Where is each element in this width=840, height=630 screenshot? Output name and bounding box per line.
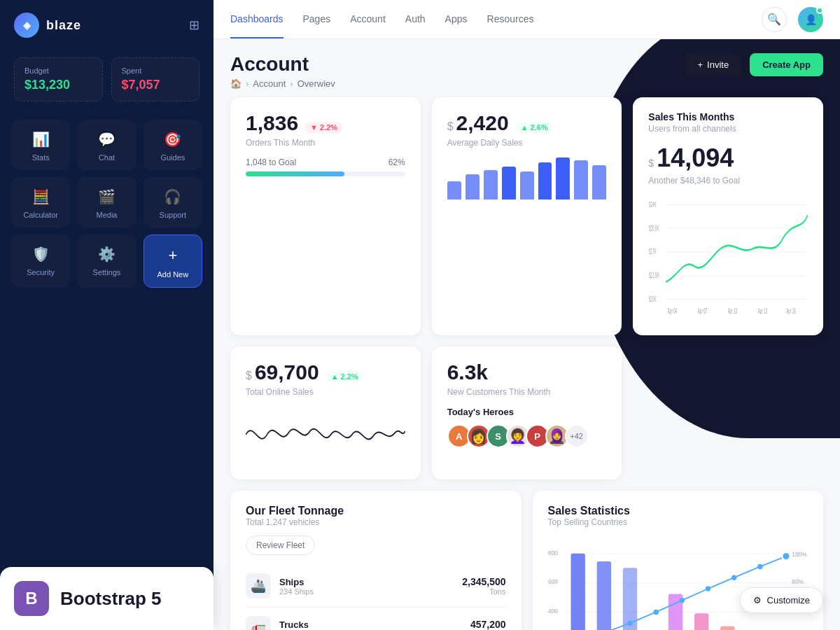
online-sales-card: $ 69,700 ▲ 2.2% Total Online Sales [230, 346, 421, 479]
budget-value: $13,230 [24, 78, 92, 92]
search-button[interactable]: 🔍 [762, 7, 787, 32]
avatar-button[interactable]: 👤 [798, 7, 823, 32]
sidebar-item-settings[interactable]: ⚙️ Settings [77, 234, 136, 288]
heroes-count: +42 [565, 424, 589, 448]
avatar-status-dot [816, 7, 823, 14]
svg-rect-28 [720, 626, 734, 630]
progress-bar-fill [246, 172, 344, 176]
chart-sub: Top Selling Countries [548, 517, 808, 527]
review-fleet-button[interactable]: Review Fleet [246, 536, 315, 555]
media-icon: 🎬 [98, 188, 115, 205]
breadcrumb: 🏠 › Account › Overwiev [230, 78, 335, 89]
svg-text:$13.5K: $13.5K [649, 272, 659, 280]
nav-auth[interactable]: Auth [405, 1, 426, 38]
svg-text:Apr 07: Apr 07 [698, 307, 707, 316]
svg-text:100%: 100% [792, 551, 807, 558]
top-nav: Dashboards Pages Account Auth Apps Resou… [214, 0, 840, 39]
guides-icon: 🎯 [164, 131, 181, 148]
svg-point-32 [627, 621, 632, 626]
add-label: Add New [158, 270, 189, 279]
svg-point-37 [757, 564, 762, 569]
bar-9 [592, 165, 606, 200]
fleet-title: Our Fleet Tonnage [246, 505, 506, 517]
nav-links: Dashboards Pages Account Auth Apps Resou… [230, 1, 533, 38]
nav-account[interactable]: Account [350, 1, 386, 38]
orders-value: 1,836 [246, 111, 298, 135]
orders-card: 1,836 ▼ 2.2% Orders This Month 1,048 to … [230, 97, 421, 335]
add-icon: + [168, 246, 177, 265]
sales-title: Sales This Months [648, 111, 808, 122]
heroes-title: Today's Heroes [447, 407, 607, 417]
stats-grid: 1,836 ▼ 2.2% Orders This Month 1,048 to … [230, 97, 823, 335]
nav-apps[interactable]: Apps [445, 1, 468, 38]
page-header: Account 🏠 › Account › Overwiev + Invite … [230, 53, 823, 89]
sidebar-item-media[interactable]: 🎬 Media [77, 177, 136, 227]
breadcrumb-home-icon: 🏠 [230, 78, 241, 89]
fleet-row-ships: 🚢 Ships 234 Ships 2,345,500 Tons [246, 565, 506, 608]
sales-month-card: Sales This Months Users from all channel… [633, 97, 823, 335]
chart-title: Sales Statistics [548, 505, 808, 517]
svg-point-36 [731, 575, 736, 580]
menu-icon[interactable]: ⊞ [189, 18, 200, 33]
svg-rect-23 [570, 554, 584, 630]
spacer [633, 346, 823, 479]
svg-text:Apr 10: Apr 10 [728, 307, 738, 316]
calculator-label: Calculator [23, 211, 58, 219]
svg-text:Apr 04: Apr 04 [668, 307, 678, 316]
svg-point-35 [705, 586, 710, 591]
bootstrap-icon: B [14, 581, 49, 616]
nav-pages[interactable]: Pages [303, 1, 331, 38]
svg-point-33 [653, 610, 658, 615]
svg-text:400: 400 [548, 608, 558, 615]
security-label: Security [27, 268, 55, 276]
sidebar-item-chat[interactable]: 💬 Chat [77, 120, 136, 170]
media-label: Media [97, 211, 118, 219]
create-app-button[interactable]: Create App [750, 53, 823, 76]
svg-text:$20.5K: $20.5K [649, 225, 659, 233]
goal-label: 1,048 to Goal [246, 158, 296, 167]
invite-button[interactable]: + Invite [685, 53, 741, 76]
goal-pct: 62% [388, 158, 405, 167]
fleet-sub: Total 1,247 vehicles [246, 517, 506, 527]
line-chart-svg: $24K $20.5K $17K $13.5K $10K Apr 04 A [648, 195, 808, 321]
sidebar-bottom: B Bootstrap 5 [0, 567, 214, 630]
customers-label: New Customers This Month [447, 387, 607, 397]
sidebar-item-add-new[interactable]: + Add New [144, 234, 202, 288]
second-stats-grid: $ 69,700 ▲ 2.2% Total Online Sales 6.3k … [230, 346, 823, 479]
svg-point-34 [679, 598, 684, 603]
svg-text:80%: 80% [792, 578, 804, 585]
ships-unit: Tons [462, 587, 505, 596]
page-header-left: Account 🏠 › Account › Overwiev [230, 53, 335, 89]
online-sales-label: Total Online Sales [246, 387, 405, 397]
wave-chart [246, 407, 405, 463]
online-sales-value: 69,700 [255, 360, 319, 384]
sidebar-item-security[interactable]: 🛡️ Security [11, 234, 70, 288]
calculator-icon: 🧮 [32, 188, 50, 205]
main-content: Dashboards Pages Account Auth Apps Resou… [214, 0, 840, 630]
sales-dollar: $ [648, 158, 654, 169]
daily-sales-card: $ 2,420 ▲ 2.6% Average Daily Sales [432, 97, 622, 335]
svg-text:800: 800 [548, 550, 558, 556]
breadcrumb-account[interactable]: Account [253, 78, 286, 89]
budget-label: Budget [24, 66, 92, 75]
support-icon: 🎧 [164, 188, 181, 205]
sidebar-item-guides[interactable]: 🎯 Guides [144, 120, 202, 170]
customize-icon: ⚙ [753, 595, 762, 606]
bar-1 [447, 181, 461, 200]
invite-plus-icon: + [697, 59, 703, 70]
svg-rect-27 [694, 613, 708, 630]
heroes-avatars: A 👩 S 👩‍🦱 P 🧕 +42 [447, 424, 607, 448]
customize-button[interactable]: ⚙ Customize [740, 587, 823, 613]
ships-icon: 🚢 [246, 573, 271, 598]
sidebar-item-stats[interactable]: 📊 Stats [11, 120, 70, 170]
guides-label: Guides [160, 153, 185, 162]
bar-5 [520, 172, 534, 200]
settings-label: Settings [93, 268, 121, 276]
nav-resources[interactable]: Resources [487, 1, 534, 38]
sidebar-item-support[interactable]: 🎧 Support [144, 177, 202, 227]
spent-card: Spent $7,057 [111, 57, 200, 102]
trucks-icon: 🚛 [246, 616, 271, 630]
nav-dashboards[interactable]: Dashboards [230, 1, 284, 38]
new-customers-card: 6.3k New Customers This Month Today's He… [432, 346, 622, 479]
sidebar-item-calculator[interactable]: 🧮 Calculator [11, 177, 70, 227]
